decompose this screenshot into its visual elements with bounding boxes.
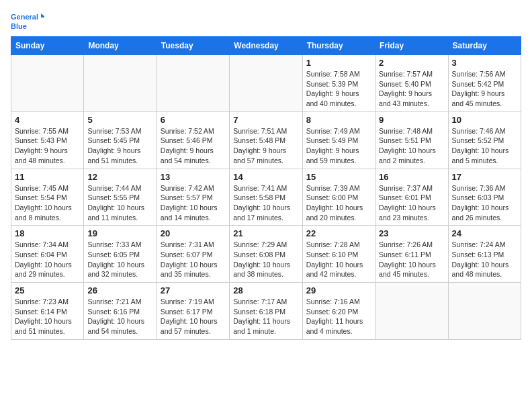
day-info: Sunrise: 7:26 AM Sunset: 6:11 PM Dayligh… bbox=[379, 240, 444, 279]
page-header: General Blue bbox=[11, 11, 521, 31]
day-number: 28 bbox=[233, 285, 298, 295]
day-info: Sunrise: 7:19 AM Sunset: 6:17 PM Dayligh… bbox=[161, 297, 226, 336]
day-number: 4 bbox=[15, 115, 80, 125]
day-number: 13 bbox=[161, 172, 226, 182]
day-number: 1 bbox=[306, 58, 371, 68]
day-number: 7 bbox=[233, 115, 298, 125]
day-info: Sunrise: 7:23 AM Sunset: 6:14 PM Dayligh… bbox=[15, 297, 80, 336]
day-cell: 26Sunrise: 7:21 AM Sunset: 6:16 PM Dayli… bbox=[84, 283, 157, 340]
day-cell: 12Sunrise: 7:44 AM Sunset: 5:55 PM Dayli… bbox=[84, 169, 157, 226]
day-cell: 21Sunrise: 7:29 AM Sunset: 6:08 PM Dayli… bbox=[230, 226, 302, 283]
logo-svg: General Blue bbox=[11, 11, 44, 31]
day-info: Sunrise: 7:49 AM Sunset: 5:49 PM Dayligh… bbox=[306, 126, 371, 166]
day-number: 21 bbox=[233, 228, 298, 238]
day-cell: 27Sunrise: 7:19 AM Sunset: 6:17 PM Dayli… bbox=[157, 283, 229, 340]
day-number: 6 bbox=[161, 115, 226, 125]
day-cell bbox=[230, 55, 302, 112]
day-cell: 15Sunrise: 7:39 AM Sunset: 6:00 PM Dayli… bbox=[302, 169, 375, 226]
day-number: 9 bbox=[379, 115, 444, 125]
day-number: 5 bbox=[87, 115, 152, 125]
day-cell bbox=[448, 283, 521, 340]
day-number: 29 bbox=[306, 285, 371, 295]
day-info: Sunrise: 7:16 AM Sunset: 6:20 PM Dayligh… bbox=[306, 297, 371, 336]
day-cell bbox=[11, 55, 84, 112]
day-header-friday: Friday bbox=[375, 37, 448, 55]
day-number: 23 bbox=[379, 228, 444, 238]
week-row-4: 25Sunrise: 7:23 AM Sunset: 6:14 PM Dayli… bbox=[11, 283, 521, 340]
day-number: 17 bbox=[452, 172, 517, 182]
day-cell: 22Sunrise: 7:28 AM Sunset: 6:10 PM Dayli… bbox=[302, 226, 375, 283]
day-info: Sunrise: 7:29 AM Sunset: 6:08 PM Dayligh… bbox=[233, 240, 298, 279]
day-info: Sunrise: 7:58 AM Sunset: 5:39 PM Dayligh… bbox=[306, 69, 371, 109]
day-number: 26 bbox=[87, 285, 152, 295]
day-info: Sunrise: 7:57 AM Sunset: 5:40 PM Dayligh… bbox=[379, 69, 444, 109]
day-info: Sunrise: 7:42 AM Sunset: 5:57 PM Dayligh… bbox=[161, 183, 226, 223]
day-info: Sunrise: 7:34 AM Sunset: 6:04 PM Dayligh… bbox=[15, 240, 80, 279]
day-info: Sunrise: 7:56 AM Sunset: 5:42 PM Dayligh… bbox=[452, 69, 517, 109]
day-cell bbox=[375, 283, 448, 340]
day-info: Sunrise: 7:39 AM Sunset: 6:00 PM Dayligh… bbox=[306, 183, 371, 223]
day-number: 12 bbox=[87, 172, 152, 182]
day-info: Sunrise: 7:55 AM Sunset: 5:43 PM Dayligh… bbox=[15, 126, 80, 166]
day-number: 22 bbox=[306, 228, 371, 238]
day-cell: 17Sunrise: 7:36 AM Sunset: 6:03 PM Dayli… bbox=[448, 169, 521, 226]
day-cell: 25Sunrise: 7:23 AM Sunset: 6:14 PM Dayli… bbox=[11, 283, 84, 340]
day-info: Sunrise: 7:46 AM Sunset: 5:52 PM Dayligh… bbox=[452, 126, 517, 166]
day-number: 20 bbox=[161, 228, 226, 238]
day-cell: 19Sunrise: 7:33 AM Sunset: 6:05 PM Dayli… bbox=[84, 226, 157, 283]
day-header-wednesday: Wednesday bbox=[230, 37, 302, 55]
day-info: Sunrise: 7:33 AM Sunset: 6:05 PM Dayligh… bbox=[87, 240, 152, 279]
day-cell: 16Sunrise: 7:37 AM Sunset: 6:01 PM Dayli… bbox=[375, 169, 448, 226]
day-number: 3 bbox=[452, 58, 517, 68]
day-info: Sunrise: 7:21 AM Sunset: 6:16 PM Dayligh… bbox=[87, 297, 152, 336]
day-info: Sunrise: 7:37 AM Sunset: 6:01 PM Dayligh… bbox=[379, 183, 444, 223]
day-number: 19 bbox=[87, 228, 152, 238]
day-info: Sunrise: 7:51 AM Sunset: 5:48 PM Dayligh… bbox=[233, 126, 298, 166]
day-number: 27 bbox=[161, 285, 226, 295]
week-row-2: 11Sunrise: 7:45 AM Sunset: 5:54 PM Dayli… bbox=[11, 169, 521, 226]
day-number: 16 bbox=[379, 172, 444, 182]
day-cell: 28Sunrise: 7:17 AM Sunset: 6:18 PM Dayli… bbox=[230, 283, 302, 340]
day-cell: 13Sunrise: 7:42 AM Sunset: 5:57 PM Dayli… bbox=[157, 169, 229, 226]
day-cell: 23Sunrise: 7:26 AM Sunset: 6:11 PM Dayli… bbox=[375, 226, 448, 283]
day-info: Sunrise: 7:24 AM Sunset: 6:13 PM Dayligh… bbox=[452, 240, 517, 279]
day-number: 10 bbox=[452, 115, 517, 125]
day-info: Sunrise: 7:41 AM Sunset: 5:58 PM Dayligh… bbox=[233, 183, 298, 223]
day-cell: 29Sunrise: 7:16 AM Sunset: 6:20 PM Dayli… bbox=[302, 283, 375, 340]
day-cell: 1Sunrise: 7:58 AM Sunset: 5:39 PM Daylig… bbox=[302, 55, 375, 112]
day-cell: 3Sunrise: 7:56 AM Sunset: 5:42 PM Daylig… bbox=[448, 55, 521, 112]
week-row-3: 18Sunrise: 7:34 AM Sunset: 6:04 PM Dayli… bbox=[11, 226, 521, 283]
day-cell bbox=[157, 55, 229, 112]
logo: General Blue bbox=[11, 11, 44, 31]
day-cell: 7Sunrise: 7:51 AM Sunset: 5:48 PM Daylig… bbox=[230, 111, 302, 169]
day-info: Sunrise: 7:31 AM Sunset: 6:07 PM Dayligh… bbox=[161, 240, 226, 279]
svg-text:General: General bbox=[11, 13, 38, 21]
day-info: Sunrise: 7:45 AM Sunset: 5:54 PM Dayligh… bbox=[15, 183, 80, 223]
day-cell: 2Sunrise: 7:57 AM Sunset: 5:40 PM Daylig… bbox=[375, 55, 448, 112]
day-info: Sunrise: 7:53 AM Sunset: 5:45 PM Dayligh… bbox=[87, 126, 152, 166]
day-cell: 14Sunrise: 7:41 AM Sunset: 5:58 PM Dayli… bbox=[230, 169, 302, 226]
day-number: 2 bbox=[379, 58, 444, 68]
day-cell: 8Sunrise: 7:49 AM Sunset: 5:49 PM Daylig… bbox=[302, 111, 375, 169]
day-cell: 5Sunrise: 7:53 AM Sunset: 5:45 PM Daylig… bbox=[84, 111, 157, 169]
day-info: Sunrise: 7:52 AM Sunset: 5:46 PM Dayligh… bbox=[161, 126, 226, 166]
day-cell: 10Sunrise: 7:46 AM Sunset: 5:52 PM Dayli… bbox=[448, 111, 521, 169]
week-row-1: 4Sunrise: 7:55 AM Sunset: 5:43 PM Daylig… bbox=[11, 111, 521, 169]
calendar-table: SundayMondayTuesdayWednesdayThursdayFrid… bbox=[11, 36, 521, 340]
day-number: 11 bbox=[15, 172, 80, 182]
day-header-tuesday: Tuesday bbox=[157, 37, 229, 55]
day-header-monday: Monday bbox=[84, 37, 157, 55]
day-header-thursday: Thursday bbox=[302, 37, 375, 55]
calendar-header-row: SundayMondayTuesdayWednesdayThursdayFrid… bbox=[11, 37, 521, 55]
day-cell: 11Sunrise: 7:45 AM Sunset: 5:54 PM Dayli… bbox=[11, 169, 84, 226]
day-header-sunday: Sunday bbox=[11, 37, 84, 55]
day-header-saturday: Saturday bbox=[448, 37, 521, 55]
day-number: 18 bbox=[15, 228, 80, 238]
day-cell: 24Sunrise: 7:24 AM Sunset: 6:13 PM Dayli… bbox=[448, 226, 521, 283]
day-number: 8 bbox=[306, 115, 371, 125]
day-info: Sunrise: 7:28 AM Sunset: 6:10 PM Dayligh… bbox=[306, 240, 371, 279]
svg-text:Blue: Blue bbox=[11, 22, 27, 30]
day-cell: 9Sunrise: 7:48 AM Sunset: 5:51 PM Daylig… bbox=[375, 111, 448, 169]
week-row-0: 1Sunrise: 7:58 AM Sunset: 5:39 PM Daylig… bbox=[11, 55, 521, 112]
day-cell: 4Sunrise: 7:55 AM Sunset: 5:43 PM Daylig… bbox=[11, 111, 84, 169]
